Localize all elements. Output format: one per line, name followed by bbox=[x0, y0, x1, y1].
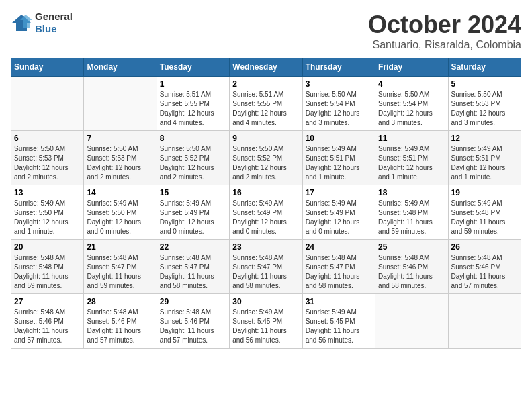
day-number: 10 bbox=[306, 134, 372, 143]
day-info: Sunrise: 5:49 AM Sunset: 5:51 PM Dayligh… bbox=[306, 144, 372, 182]
calendar-cell: 25Sunrise: 5:48 AM Sunset: 5:46 PM Dayli… bbox=[375, 240, 448, 294]
day-info: Sunrise: 5:51 AM Sunset: 5:55 PM Dayligh… bbox=[232, 90, 299, 128]
location-title: Santuario, Risaralda, Colombia bbox=[368, 39, 521, 51]
calendar-cell: 14Sunrise: 5:49 AM Sunset: 5:50 PM Dayli… bbox=[84, 185, 157, 240]
title-area: October 2024 Santuario, Risaralda, Colom… bbox=[368, 11, 521, 51]
day-number: 30 bbox=[232, 297, 299, 306]
week-row-5: 27Sunrise: 5:48 AM Sunset: 5:46 PM Dayli… bbox=[11, 294, 521, 349]
calendar-cell: 2Sunrise: 5:51 AM Sunset: 5:55 PM Daylig… bbox=[230, 77, 302, 131]
week-row-1: 1Sunrise: 5:51 AM Sunset: 5:55 PM Daylig… bbox=[11, 77, 521, 131]
day-info: Sunrise: 5:48 AM Sunset: 5:48 PM Dayligh… bbox=[14, 253, 81, 291]
calendar-cell: 6Sunrise: 5:50 AM Sunset: 5:53 PM Daylig… bbox=[11, 131, 84, 185]
calendar-cell: 7Sunrise: 5:50 AM Sunset: 5:53 PM Daylig… bbox=[84, 131, 157, 185]
day-number: 14 bbox=[87, 188, 153, 197]
day-number: 7 bbox=[87, 134, 153, 143]
calendar-cell: 26Sunrise: 5:48 AM Sunset: 5:46 PM Dayli… bbox=[448, 240, 521, 294]
day-number: 4 bbox=[378, 79, 445, 89]
day-number: 15 bbox=[160, 188, 226, 197]
day-number: 20 bbox=[14, 242, 81, 252]
day-number: 26 bbox=[451, 242, 518, 252]
day-number: 21 bbox=[87, 242, 153, 252]
weekday-header-sunday: Sunday bbox=[11, 58, 84, 77]
calendar-cell: 3Sunrise: 5:50 AM Sunset: 5:54 PM Daylig… bbox=[302, 77, 375, 131]
calendar-cell: 17Sunrise: 5:49 AM Sunset: 5:49 PM Dayli… bbox=[302, 185, 375, 240]
day-info: Sunrise: 5:49 AM Sunset: 5:49 PM Dayligh… bbox=[232, 199, 299, 236]
calendar-cell: 13Sunrise: 5:49 AM Sunset: 5:50 PM Dayli… bbox=[11, 185, 84, 240]
day-number: 11 bbox=[378, 134, 445, 143]
calendar-cell: 5Sunrise: 5:50 AM Sunset: 5:53 PM Daylig… bbox=[448, 77, 521, 131]
day-info: Sunrise: 5:50 AM Sunset: 5:52 PM Dayligh… bbox=[160, 144, 226, 182]
header: General Blue October 2024 Santuario, Ris… bbox=[11, 11, 521, 51]
day-info: Sunrise: 5:49 AM Sunset: 5:48 PM Dayligh… bbox=[378, 199, 445, 236]
day-number: 23 bbox=[232, 242, 299, 252]
day-number: 6 bbox=[14, 134, 81, 143]
calendar-cell: 23Sunrise: 5:48 AM Sunset: 5:47 PM Dayli… bbox=[230, 240, 302, 294]
calendar-cell bbox=[11, 77, 84, 131]
calendar-body: 1Sunrise: 5:51 AM Sunset: 5:55 PM Daylig… bbox=[11, 77, 521, 349]
day-info: Sunrise: 5:49 AM Sunset: 5:50 PM Dayligh… bbox=[14, 199, 81, 236]
day-number: 3 bbox=[306, 79, 372, 89]
day-number: 13 bbox=[14, 188, 81, 197]
calendar-cell: 12Sunrise: 5:49 AM Sunset: 5:51 PM Dayli… bbox=[448, 131, 521, 185]
day-info: Sunrise: 5:48 AM Sunset: 5:47 PM Dayligh… bbox=[160, 253, 226, 291]
calendar-cell bbox=[448, 294, 521, 349]
day-number: 19 bbox=[451, 188, 518, 197]
calendar-cell: 24Sunrise: 5:48 AM Sunset: 5:47 PM Dayli… bbox=[302, 240, 375, 294]
calendar-cell: 27Sunrise: 5:48 AM Sunset: 5:46 PM Dayli… bbox=[11, 294, 84, 349]
day-number: 22 bbox=[160, 242, 226, 252]
calendar-cell: 28Sunrise: 5:48 AM Sunset: 5:46 PM Dayli… bbox=[84, 294, 157, 349]
calendar-cell: 29Sunrise: 5:48 AM Sunset: 5:46 PM Dayli… bbox=[157, 294, 229, 349]
logo: General Blue bbox=[11, 11, 73, 35]
logo-icon bbox=[11, 13, 32, 32]
day-info: Sunrise: 5:49 AM Sunset: 5:49 PM Dayligh… bbox=[306, 199, 372, 236]
month-title: October 2024 bbox=[368, 11, 521, 39]
day-number: 29 bbox=[160, 297, 226, 306]
weekday-header-monday: Monday bbox=[84, 58, 157, 77]
calendar-cell: 4Sunrise: 5:50 AM Sunset: 5:54 PM Daylig… bbox=[375, 77, 448, 131]
day-number: 18 bbox=[378, 188, 445, 197]
calendar-cell: 16Sunrise: 5:49 AM Sunset: 5:49 PM Dayli… bbox=[230, 185, 302, 240]
day-number: 17 bbox=[306, 188, 372, 197]
day-number: 24 bbox=[306, 242, 372, 252]
day-info: Sunrise: 5:50 AM Sunset: 5:53 PM Dayligh… bbox=[87, 144, 153, 182]
day-info: Sunrise: 5:48 AM Sunset: 5:47 PM Dayligh… bbox=[306, 253, 372, 291]
week-row-4: 20Sunrise: 5:48 AM Sunset: 5:48 PM Dayli… bbox=[11, 240, 521, 294]
weekday-header-saturday: Saturday bbox=[448, 58, 521, 77]
calendar-cell bbox=[84, 77, 157, 131]
calendar-cell: 15Sunrise: 5:49 AM Sunset: 5:49 PM Dayli… bbox=[157, 185, 229, 240]
calendar-cell: 30Sunrise: 5:49 AM Sunset: 5:45 PM Dayli… bbox=[230, 294, 302, 349]
weekday-header-row: SundayMondayTuesdayWednesdayThursdayFrid… bbox=[11, 58, 521, 77]
day-info: Sunrise: 5:49 AM Sunset: 5:45 PM Dayligh… bbox=[232, 308, 299, 345]
day-info: Sunrise: 5:48 AM Sunset: 5:47 PM Dayligh… bbox=[87, 253, 153, 291]
calendar-table: SundayMondayTuesdayWednesdayThursdayFrid… bbox=[11, 58, 521, 349]
day-info: Sunrise: 5:50 AM Sunset: 5:53 PM Dayligh… bbox=[451, 90, 518, 128]
day-number: 31 bbox=[306, 297, 372, 306]
day-info: Sunrise: 5:48 AM Sunset: 5:46 PM Dayligh… bbox=[160, 308, 226, 345]
day-info: Sunrise: 5:49 AM Sunset: 5:51 PM Dayligh… bbox=[451, 144, 518, 182]
day-info: Sunrise: 5:49 AM Sunset: 5:48 PM Dayligh… bbox=[451, 199, 518, 236]
calendar-cell: 19Sunrise: 5:49 AM Sunset: 5:48 PM Dayli… bbox=[448, 185, 521, 240]
day-info: Sunrise: 5:48 AM Sunset: 5:47 PM Dayligh… bbox=[232, 253, 299, 291]
calendar-cell: 10Sunrise: 5:49 AM Sunset: 5:51 PM Dayli… bbox=[302, 131, 375, 185]
day-number: 28 bbox=[87, 297, 153, 306]
logo-blue-text: Blue bbox=[35, 23, 57, 34]
day-number: 27 bbox=[14, 297, 81, 306]
calendar-cell: 11Sunrise: 5:49 AM Sunset: 5:51 PM Dayli… bbox=[375, 131, 448, 185]
day-info: Sunrise: 5:50 AM Sunset: 5:54 PM Dayligh… bbox=[306, 90, 372, 128]
calendar-cell: 18Sunrise: 5:49 AM Sunset: 5:48 PM Dayli… bbox=[375, 185, 448, 240]
day-info: Sunrise: 5:48 AM Sunset: 5:46 PM Dayligh… bbox=[378, 253, 445, 291]
logo-general-text: General bbox=[35, 11, 73, 22]
calendar-cell bbox=[375, 294, 448, 349]
day-number: 8 bbox=[160, 134, 226, 143]
calendar-cell: 1Sunrise: 5:51 AM Sunset: 5:55 PM Daylig… bbox=[157, 77, 229, 131]
weekday-header-wednesday: Wednesday bbox=[230, 58, 302, 77]
calendar-cell: 22Sunrise: 5:48 AM Sunset: 5:47 PM Dayli… bbox=[157, 240, 229, 294]
calendar-cell: 8Sunrise: 5:50 AM Sunset: 5:52 PM Daylig… bbox=[157, 131, 229, 185]
weekday-header-thursday: Thursday bbox=[302, 58, 375, 77]
day-info: Sunrise: 5:48 AM Sunset: 5:46 PM Dayligh… bbox=[14, 308, 81, 345]
day-info: Sunrise: 5:51 AM Sunset: 5:55 PM Dayligh… bbox=[160, 90, 226, 128]
week-row-3: 13Sunrise: 5:49 AM Sunset: 5:50 PM Dayli… bbox=[11, 185, 521, 240]
day-info: Sunrise: 5:50 AM Sunset: 5:52 PM Dayligh… bbox=[232, 144, 299, 182]
day-info: Sunrise: 5:49 AM Sunset: 5:49 PM Dayligh… bbox=[160, 199, 226, 236]
calendar-cell: 20Sunrise: 5:48 AM Sunset: 5:48 PM Dayli… bbox=[11, 240, 84, 294]
